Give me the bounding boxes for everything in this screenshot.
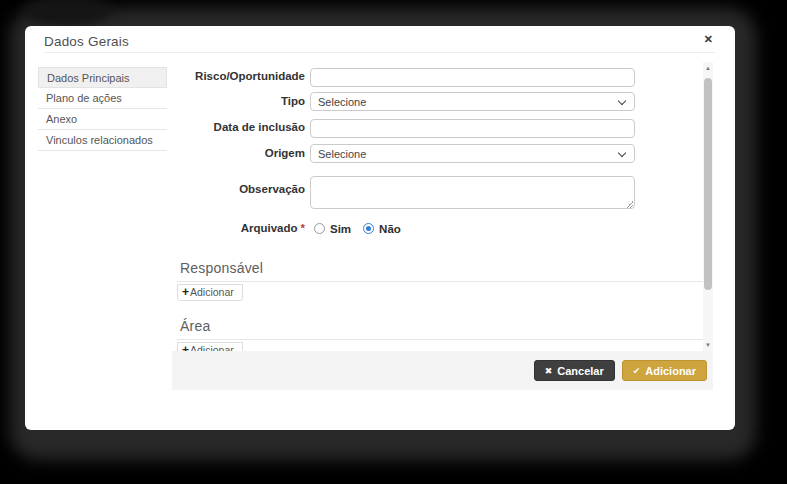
origem-select-value: Selecione <box>318 148 366 160</box>
chevron-down-icon <box>618 149 626 157</box>
origem-select[interactable]: Selecione <box>310 144 635 163</box>
responsavel-title: Responsável <box>177 260 703 277</box>
sidebar-item-dados-principais[interactable]: Dados Principais <box>38 67 167 88</box>
required-asterisk: * <box>301 222 305 234</box>
plus-icon: + <box>182 287 189 297</box>
resize-grip-icon[interactable] <box>626 201 633 208</box>
section-responsavel: Responsável +Adicionar <box>177 260 703 301</box>
arquivado-label: Arquivado* <box>173 219 305 238</box>
vertical-scrollbar[interactable]: ▲ ▼ <box>703 62 713 351</box>
section-area: Área +Adicionar <box>177 318 703 351</box>
data-de-inclusao-input[interactable] <box>310 119 635 138</box>
cancel-button-label: Cancelar <box>557 365 603 377</box>
radio-sim-label: Sim <box>330 223 351 235</box>
scroll-down-icon[interactable]: ▼ <box>703 341 713 349</box>
field-data-de-inclusao: Data de inclusão <box>173 118 645 138</box>
scroll-up-icon[interactable]: ▲ <box>703 64 713 72</box>
add-area-label: Adicionar <box>190 344 234 351</box>
radio-selected-dot <box>366 226 371 231</box>
form-scroll-panel: Risco/Oportunidade Tipo Selecione Data d… <box>173 62 713 351</box>
cancel-button[interactable]: ✖Cancelar <box>534 360 615 381</box>
radio-nao[interactable] <box>363 223 374 234</box>
observacao-textarea[interactable] <box>310 176 635 209</box>
add-responsavel-label: Adicionar <box>190 286 234 298</box>
add-responsavel-button[interactable]: +Adicionar <box>177 284 243 301</box>
field-observacao: Observação <box>173 176 645 213</box>
adicionar-button[interactable]: ✔Adicionar <box>622 360 707 381</box>
dados-gerais-modal: Dados Gerais ✕ Dados Principais Plano de… <box>25 26 735 430</box>
sidebar-item-vinculos-relacionados[interactable]: Vinculos relacionados <box>38 130 167 151</box>
field-origem: Origem Selecione <box>173 144 645 163</box>
observacao-label: Observação <box>173 176 305 199</box>
modal-footer: ✖Cancelar ✔Adicionar <box>172 351 713 390</box>
tipo-select-value: Selecione <box>318 96 366 108</box>
modal-title: Dados Gerais <box>44 34 129 49</box>
x-icon: ✖ <box>545 366 553 376</box>
tipo-select[interactable]: Selecione <box>310 92 635 111</box>
arquivado-radio-group: Sim Não <box>314 223 413 235</box>
origem-label: Origem <box>173 144 305 163</box>
sidebar: Dados Principais Plano de ações Anexo Vi… <box>38 67 167 151</box>
field-tipo: Tipo Selecione <box>173 92 645 111</box>
area-toolbar: +Adicionar <box>177 339 703 351</box>
area-title: Área <box>177 318 703 335</box>
modal-header: Dados Gerais ✕ <box>44 26 715 53</box>
tipo-label: Tipo <box>173 92 305 111</box>
screen-background: Dados Gerais ✕ Dados Principais Plano de… <box>0 0 787 484</box>
responsavel-toolbar: +Adicionar <box>177 281 703 301</box>
scrollbar-thumb[interactable] <box>704 78 712 290</box>
data-de-inclusao-label: Data de inclusão <box>173 118 305 137</box>
close-icon[interactable]: ✕ <box>704 33 713 45</box>
radio-sim[interactable] <box>314 223 325 234</box>
sidebar-item-plano-de-acoes[interactable]: Plano de ações <box>38 88 167 109</box>
adicionar-button-label: Adicionar <box>645 365 696 377</box>
check-icon: ✔ <box>633 366 641 376</box>
field-risco-oportunidade: Risco/Oportunidade <box>173 67 645 87</box>
sidebar-item-anexo[interactable]: Anexo <box>38 109 167 130</box>
chevron-down-icon <box>618 97 626 105</box>
field-arquivado: Arquivado* Sim Não <box>173 219 645 238</box>
add-area-button[interactable]: +Adicionar <box>177 342 243 351</box>
risco-oportunidade-label: Risco/Oportunidade <box>173 67 305 86</box>
risco-oportunidade-input[interactable] <box>310 68 635 87</box>
arquivado-label-text: Arquivado <box>241 222 298 234</box>
radio-nao-label: Não <box>379 223 401 235</box>
